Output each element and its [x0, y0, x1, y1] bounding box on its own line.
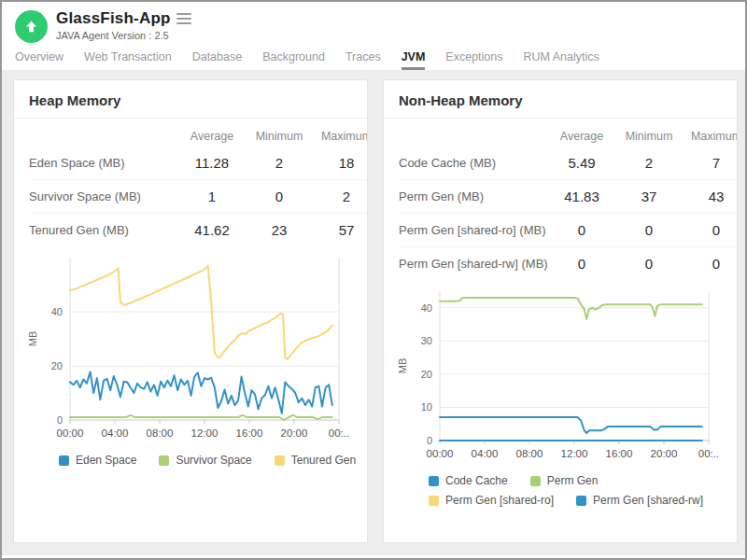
metric-value: 5.49 [548, 147, 615, 179]
metric-row-code-cache-mb: Code Cache (MB)5.4927 [399, 147, 738, 179]
legend-item-perm-gen[interactable]: Perm Gen [530, 474, 599, 487]
table-body: Code Cache (MB)5.4927Perm Gen (MB)41.833… [399, 147, 738, 280]
metric-label: Perm Gen (MB) [399, 180, 548, 213]
svg-text:00:00: 00:00 [427, 448, 454, 459]
column-header-maximum: Maximum [683, 122, 738, 147]
metric-row-perm-gen-shared-ro-mb: Perm Gen [shared-ro] (MB)000 [399, 213, 738, 246]
metric-value: 7 [683, 147, 738, 179]
svg-text:10: 10 [421, 401, 432, 413]
svg-text:20: 20 [421, 369, 432, 380]
metric-value: 0 [615, 247, 683, 280]
tab-overview[interactable]: Overview [15, 50, 63, 70]
svg-text:12:00: 12:00 [561, 448, 588, 459]
legend-label: Perm Gen [shared-rw] [593, 494, 703, 507]
legend-row: Perm Gen [shared-ro]Perm Gen [shared-rw] [429, 494, 737, 507]
metric-label: Perm Gen [shared-rw] (MB) [399, 247, 548, 280]
legend-swatch [59, 455, 69, 466]
metric-value: 11.28 [178, 147, 246, 179]
svg-text:00:..: 00:.. [329, 427, 349, 439]
metric-value: 41.83 [548, 180, 615, 213]
legend-swatch [429, 476, 439, 486]
series-line-tenured-gen [70, 266, 332, 359]
svg-text:20: 20 [51, 360, 63, 371]
table-header-row: AverageMinimumMaximum [29, 122, 368, 147]
column-header-blank [399, 122, 548, 133]
column-header-average: Average [178, 122, 246, 147]
non-heap-memory-legend: Code CachePerm GenPerm Gen [shared-ro]Pe… [429, 474, 737, 507]
tab-traces[interactable]: Traces [345, 50, 381, 70]
svg-text:00:..: 00:.. [698, 448, 719, 459]
legend-item-tenured-gen[interactable]: Tenured Gen [275, 454, 356, 467]
legend-row: Code CachePerm Gen [429, 474, 737, 487]
series-line-code-cache [440, 417, 702, 433]
non-heap-memory-table: AverageMinimumMaximumCode Cache (MB)5.49… [399, 122, 738, 280]
svg-text:30: 30 [421, 335, 432, 346]
metric-label: Survivor Space (MB) [29, 180, 178, 213]
app-header: GlassFish-App JAVA Agent Version : 2.5 [2, 2, 745, 45]
metric-value: 2 [615, 147, 683, 179]
svg-text:MB: MB [27, 331, 38, 347]
heap-memory-legend: Eden SpaceSurvivor SpaceTenured Gen [59, 454, 367, 467]
metric-label: Code Cache (MB) [399, 147, 548, 179]
agent-version-label: JAVA Agent Version : 2.5 [56, 30, 191, 41]
svg-text:0: 0 [57, 414, 63, 426]
tab-database[interactable]: Database [192, 50, 243, 70]
legend-item-code-cache[interactable]: Code Cache [429, 474, 508, 487]
table-header-row: AverageMinimumMaximum [399, 122, 738, 147]
metric-row-perm-gen-mb: Perm Gen (MB)41.833743 [399, 179, 738, 213]
up-arrow-icon [23, 19, 39, 35]
tab-background[interactable]: Background [262, 50, 325, 70]
column-header-minimum: Minimum [615, 122, 683, 147]
metric-label: Eden Space (MB) [29, 147, 178, 179]
svg-text:04:00: 04:00 [102, 427, 129, 439]
legend-swatch [530, 476, 541, 486]
legend-swatch [275, 455, 285, 466]
legend-item-survivor-space[interactable]: Survivor Space [159, 454, 251, 467]
legend-swatch [159, 455, 169, 466]
status-up-icon [15, 10, 48, 43]
svg-text:20:00: 20:00 [651, 448, 678, 459]
legend-item-perm-gen-shared-rw[interactable]: Perm Gen [shared-rw] [576, 494, 703, 507]
svg-text:16:00: 16:00 [606, 448, 633, 459]
svg-text:08:00: 08:00 [147, 427, 174, 439]
hamburger-menu-icon[interactable] [176, 10, 191, 27]
legend-item-eden-space[interactable]: Eden Space [59, 454, 136, 467]
metric-value: 0 [683, 247, 738, 280]
metric-value: 1 [178, 180, 246, 213]
svg-text:0: 0 [427, 435, 432, 446]
tab-web-transaction[interactable]: Web Transaction [84, 50, 172, 70]
metric-value: 18 [313, 147, 368, 179]
metric-value: 57 [313, 214, 368, 246]
app-title: GlassFish-App [56, 9, 171, 28]
metric-value: 0 [683, 214, 738, 246]
metric-value: 37 [615, 180, 683, 213]
metric-value: 2 [246, 147, 313, 179]
metric-value: 2 [313, 180, 368, 213]
legend-label: Code Cache [445, 474, 508, 487]
svg-text:16:00: 16:00 [236, 427, 263, 439]
tab-exceptions[interactable]: Exceptions [445, 50, 502, 70]
column-header-blank [29, 122, 178, 133]
heap-memory-chart[interactable]: 0204000:0004:0008:0012:0016:0020:0000:..… [25, 250, 354, 448]
panel-title: Heap Memory [14, 80, 367, 119]
tab-bar: Overview Web Transaction Database Backgr… [2, 45, 745, 70]
metric-value: 41.62 [178, 214, 246, 246]
non-heap-memory-chart[interactable]: 01020304000:0004:0008:0012:0016:0020:000… [395, 284, 724, 469]
heap-memory-chart-area: 0204000:0004:0008:0012:0016:0020:0000:..… [25, 250, 367, 448]
metric-value: 0 [615, 214, 683, 246]
metric-value: 23 [246, 214, 313, 246]
legend-item-perm-gen-shared-ro[interactable]: Perm Gen [shared-ro] [429, 494, 554, 507]
metric-label: Perm Gen [shared-ro] (MB) [399, 214, 548, 246]
metric-row-tenured-gen-mb: Tenured Gen (MB)41.622357 [29, 213, 368, 246]
series-line-survivor-space [70, 415, 332, 420]
table-body: Eden Space (MB)11.28218Survivor Space (M… [29, 147, 368, 246]
tab-rum-analytics[interactable]: RUM Analytics [524, 50, 599, 70]
svg-text:MB: MB [397, 358, 408, 374]
metric-row-perm-gen-shared-rw-mb: Perm Gen [shared-rw] (MB)000 [399, 246, 738, 280]
series-line-eden-space [70, 371, 332, 413]
tab-jvm[interactable]: JVM [402, 50, 426, 70]
metric-value: 0 [548, 247, 615, 280]
panel-non-heap-memory: Non-Heap Memory AverageMinimumMaximumCod… [383, 79, 738, 543]
svg-text:40: 40 [421, 302, 432, 314]
svg-text:40: 40 [51, 306, 63, 317]
